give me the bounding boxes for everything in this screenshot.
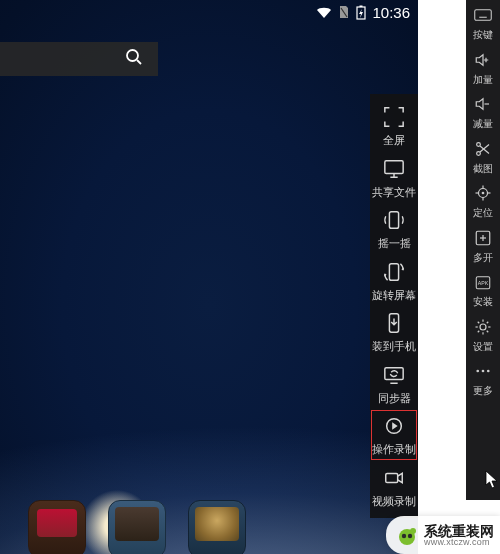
syncer-button[interactable]: 同步器 bbox=[370, 358, 418, 410]
dock bbox=[28, 500, 246, 554]
monitor-share-icon bbox=[383, 158, 405, 184]
vol-up-button[interactable]: 加量 bbox=[466, 45, 500, 90]
locate-icon bbox=[474, 184, 492, 206]
sync-monitor-icon bbox=[383, 364, 405, 390]
share-files-button[interactable]: 共享文件 bbox=[370, 152, 418, 204]
vol-down-icon bbox=[474, 95, 492, 117]
status-time: 10:36 bbox=[372, 4, 410, 21]
svg-point-7 bbox=[408, 534, 412, 538]
svg-line-3 bbox=[137, 60, 141, 64]
battery-charging-icon bbox=[356, 5, 366, 20]
scissors-icon bbox=[474, 140, 492, 162]
gear-icon bbox=[474, 318, 492, 340]
multi-open-button[interactable]: 多开 bbox=[466, 223, 500, 268]
vol-up-label: 加量 bbox=[473, 75, 493, 86]
watermark: 系统重装网 www.xtczw.com bbox=[386, 516, 500, 554]
op-record-label: 操作录制 bbox=[372, 444, 416, 456]
wifi-icon bbox=[316, 5, 332, 19]
emulator-toolbar: 全屏共享文件摇一摇旋转屏幕装到手机同步器操作录制视频录制 bbox=[370, 94, 418, 518]
op-record-button[interactable]: 操作录制 bbox=[370, 409, 418, 461]
fullscreen-icon bbox=[383, 106, 405, 132]
shake-button[interactable]: 摇一摇 bbox=[370, 203, 418, 255]
svg-point-2 bbox=[127, 50, 138, 61]
keys-button[interactable]: 按键 bbox=[466, 0, 500, 45]
dots-icon bbox=[474, 362, 492, 384]
settings-label: 设置 bbox=[473, 342, 493, 353]
screenshot-button[interactable]: 截图 bbox=[466, 134, 500, 179]
camcorder-icon bbox=[383, 467, 405, 493]
sim-icon bbox=[338, 5, 350, 19]
rotate-label: 旋转屏幕 bbox=[372, 290, 416, 302]
svg-point-5 bbox=[410, 528, 416, 534]
rotate-button[interactable]: 旋转屏幕 bbox=[370, 255, 418, 307]
shake-icon bbox=[383, 209, 405, 235]
rotate-icon bbox=[383, 261, 405, 287]
vol-up-icon bbox=[474, 51, 492, 73]
fullscreen-button[interactable]: 全屏 bbox=[370, 100, 418, 152]
screenshot-label: 截图 bbox=[473, 164, 493, 175]
dock-app-2[interactable] bbox=[108, 500, 166, 554]
share-files-label: 共享文件 bbox=[372, 187, 416, 199]
vid-record-button[interactable]: 视频录制 bbox=[370, 461, 418, 513]
apk-icon bbox=[474, 273, 492, 295]
keys-label: 按键 bbox=[473, 30, 493, 41]
plus-box-icon bbox=[474, 229, 492, 251]
op-record-icon bbox=[383, 415, 405, 441]
apk-install-button[interactable]: 安装 bbox=[466, 267, 500, 312]
vol-down-label: 减量 bbox=[473, 119, 493, 130]
more-label: 更多 bbox=[473, 386, 493, 397]
fullscreen-label: 全屏 bbox=[383, 135, 405, 147]
vid-record-label: 视频录制 bbox=[372, 496, 416, 508]
watermark-title: 系统重装网 bbox=[424, 524, 494, 538]
apk-install-label: 安装 bbox=[473, 297, 493, 308]
emulator-screen: 10:36 全屏共享文件摇一摇旋转屏幕装到手机同步器操作录制视频录制 bbox=[0, 0, 418, 554]
multi-open-label: 多开 bbox=[473, 253, 493, 264]
syncer-label: 同步器 bbox=[378, 393, 411, 405]
keyboard-icon bbox=[474, 6, 492, 28]
to-phone-icon bbox=[383, 312, 405, 338]
svg-rect-1 bbox=[360, 5, 363, 7]
search-bar[interactable] bbox=[0, 42, 158, 76]
locate-label: 定位 bbox=[473, 208, 493, 219]
vol-down-button[interactable]: 减量 bbox=[466, 89, 500, 134]
svg-point-6 bbox=[402, 534, 406, 538]
dock-app-3[interactable] bbox=[188, 500, 246, 554]
status-bar: 10:36 bbox=[316, 0, 418, 24]
install-button[interactable]: 装到手机 bbox=[370, 306, 418, 358]
locate-button[interactable]: 定位 bbox=[466, 178, 500, 223]
dock-app-1[interactable] bbox=[28, 500, 86, 554]
watermark-url: www.xtczw.com bbox=[424, 538, 494, 547]
search-icon bbox=[124, 47, 144, 71]
shake-label: 摇一摇 bbox=[378, 238, 411, 250]
watermark-logo-icon bbox=[394, 522, 420, 548]
mouse-cursor-icon bbox=[484, 470, 500, 494]
host-sidebar: 按键加量减量截图定位多开安装设置更多 bbox=[466, 0, 500, 500]
settings-button[interactable]: 设置 bbox=[466, 312, 500, 357]
install-label: 装到手机 bbox=[372, 341, 416, 353]
more-button[interactable]: 更多 bbox=[466, 356, 500, 401]
